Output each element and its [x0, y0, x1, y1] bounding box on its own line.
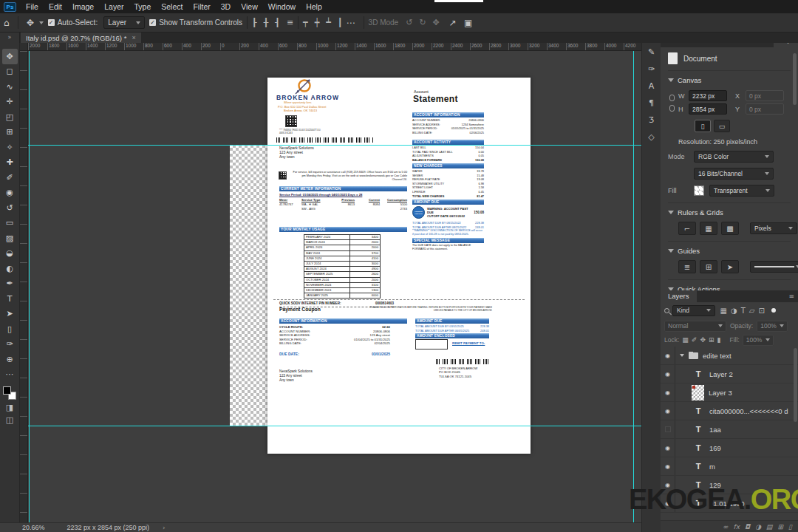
shape-filter-icon[interactable]: ▱ — [747, 307, 757, 315]
adjustment-filter-icon[interactable]: ◑ — [729, 307, 739, 315]
auto-select-checkbox[interactable]: ✓ — [48, 19, 55, 26]
dodge-tool[interactable]: ◐ — [2, 261, 18, 276]
vertical-guide[interactable] — [633, 51, 634, 522]
menu-item[interactable]: View — [236, 0, 263, 13]
layer-row[interactable]: ◉ T m — [661, 457, 798, 476]
canvas-fill-dropdown[interactable]: Transparent — [709, 185, 774, 197]
color-swatches[interactable] — [3, 386, 16, 400]
pen-tool[interactable]: ✒ — [2, 276, 18, 292]
share-icon[interactable]: ↗ — [446, 18, 460, 28]
layer-row[interactable]: ◉ T edite text — [661, 347, 798, 365]
menu-item[interactable]: Help — [301, 0, 327, 13]
layer-row[interactable]: ◉ T Layer 2 — [661, 365, 798, 383]
more-options-icon[interactable]: ⋯ — [343, 18, 359, 28]
object-selection-tool[interactable]: ✛ — [2, 95, 18, 110]
edit-toolbar[interactable]: ⋯ — [2, 367, 18, 383]
guide-edit-icon[interactable]: ➤ — [721, 260, 739, 273]
panel-menu-icon[interactable]: ≡ — [788, 293, 798, 300]
zoom-level-field[interactable]: 20.66% — [22, 524, 45, 531]
quick-mask-icon[interactable]: ◨ — [6, 403, 13, 412]
toolbar-expander-icon[interactable]: » — [0, 33, 20, 43]
layer-row[interactable]: ◉ T Layer 3 — [661, 383, 798, 402]
capture-icon[interactable]: ▣ — [460, 18, 476, 28]
properties-scrollbar[interactable] — [793, 53, 797, 105]
align-center-v-icon[interactable]: ┿ — [315, 18, 320, 27]
layer-effects-icon[interactable]: fx — [734, 523, 740, 531]
type-tool[interactable]: T — [2, 291, 18, 307]
eraser-tool[interactable]: ▭ — [2, 216, 18, 231]
menu-item[interactable]: Edit — [44, 0, 67, 13]
align-bottom-icon[interactable]: ┷ — [326, 18, 331, 27]
guide-lock-icon[interactable]: ⊞ — [700, 260, 717, 273]
filter-kind-dropdown[interactable]: Kind — [672, 305, 715, 316]
distribute-v-icon[interactable]: ┃ — [338, 18, 343, 27]
align-top-icon[interactable]: ┯ — [303, 18, 308, 27]
guides-icon[interactable]: ≣ — [678, 260, 696, 273]
move-tool[interactable]: ✥ — [2, 49, 18, 64]
bit-depth-dropdown[interactable]: 16 Bits/Channel — [694, 168, 774, 180]
menu-item[interactable]: Type — [129, 0, 156, 13]
healing-brush-tool[interactable]: ✚ — [2, 155, 18, 171]
horizontal-guide[interactable] — [20, 145, 641, 146]
vertical-guide[interactable] — [29, 51, 30, 522]
document-tab[interactable]: Italy id.psd @ 20.7% (RGB/16) * × — [21, 33, 141, 43]
visibility-toggle-icon[interactable]: ◉ — [661, 457, 675, 475]
new-layer-icon[interactable]: ⊞ — [778, 523, 784, 531]
align-center-h-icon[interactable]: ╂ — [264, 18, 269, 27]
rulers-grids-section-header[interactable]: Rulers & Grids — [668, 203, 791, 220]
visibility-toggle-icon[interactable]: ◉ — [661, 347, 675, 364]
character-panel-icon[interactable]: A — [644, 78, 660, 95]
canvas-section-header[interactable]: Canvas — [668, 71, 791, 88]
lock-artboard-icon[interactable]: ⊞ — [709, 336, 715, 344]
guide-style-dropdown[interactable] — [750, 261, 798, 273]
align-left-icon[interactable]: ┠ — [252, 18, 257, 27]
layer-mask-icon[interactable]: ◘ — [745, 523, 750, 531]
brush-settings-icon[interactable]: ✎ — [644, 44, 660, 61]
layer-row[interactable]: ◉ T cita000000...<<<<<<<0 d — [661, 402, 798, 420]
pixel-filter-icon[interactable]: ▦ — [718, 307, 729, 315]
visibility-toggle-icon[interactable]: ◉ — [661, 365, 675, 383]
auto-select-target-dropdown[interactable]: Layer — [103, 16, 145, 29]
brush-tool[interactable]: ✐ — [2, 170, 18, 185]
lock-all-icon[interactable]: ▮ — [717, 336, 720, 344]
lock-paint-icon[interactable]: ✐ — [692, 336, 698, 344]
menu-item[interactable]: Filter — [188, 0, 215, 13]
shape-tool[interactable]: ▯ — [2, 321, 18, 337]
visibility-toggle-icon[interactable]: ◉ — [661, 439, 675, 457]
path-selection-tool[interactable]: ➤ — [2, 307, 18, 322]
layer-group-icon[interactable]: ▤ — [766, 523, 773, 531]
grid-icon[interactable]: ▦ — [700, 222, 717, 235]
menu-item[interactable]: Layer — [99, 0, 129, 13]
visibility-toggle-icon[interactable]: ◉ — [661, 402, 675, 420]
frame-tool[interactable]: ⊞ — [2, 125, 18, 140]
delete-layer-icon[interactable]: ▯ — [788, 523, 792, 531]
landscape-orientation-button[interactable]: ▭ — [714, 120, 730, 132]
link-layers-icon[interactable]: ∞ — [723, 523, 729, 531]
horizontal-guide[interactable] — [20, 426, 641, 426]
ruler-units-dropdown[interactable]: Pixels — [750, 222, 797, 234]
layer-row[interactable]: ◉ T 1aa — [661, 420, 798, 439]
menu-item[interactable]: Select — [156, 0, 188, 13]
group-caret-icon[interactable] — [680, 354, 684, 357]
menu-item[interactable]: Image — [67, 0, 99, 13]
visibility-toggle-icon[interactable]: ◉ — [661, 420, 675, 438]
link-dimensions-icon[interactable] — [669, 95, 675, 101]
lock-transparent-icon[interactable]: ▦ — [682, 336, 689, 344]
ruler-icon[interactable]: ⌐ — [678, 222, 696, 235]
close-tab-icon[interactable]: × — [132, 34, 135, 41]
eyedropper-tool[interactable]: ✧ — [2, 140, 18, 155]
type-filter-icon[interactable]: T — [739, 307, 747, 315]
align-distribute-icon[interactable]: ≡ — [287, 18, 293, 27]
zoom-tool[interactable]: ⊕ — [2, 352, 18, 367]
canvas-width-input[interactable]: 2232 px — [689, 90, 727, 101]
blur-tool[interactable]: ◒ — [2, 246, 18, 262]
clone-stamp-tool[interactable]: ◉ — [2, 185, 18, 201]
hand-tool[interactable]: ✑ — [2, 337, 18, 352]
canvas-height-input[interactable]: 2854 px — [689, 103, 727, 115]
menu-item[interactable]: 3D — [216, 0, 236, 13]
portrait-orientation-button[interactable]: ▯ — [695, 120, 711, 132]
home-icon[interactable]: ⌂ — [0, 18, 13, 28]
tab-layers[interactable]: Layers — [661, 290, 697, 302]
status-arrow-icon[interactable]: › — [163, 524, 166, 531]
lock-position-icon[interactable]: ✥ — [700, 336, 706, 344]
